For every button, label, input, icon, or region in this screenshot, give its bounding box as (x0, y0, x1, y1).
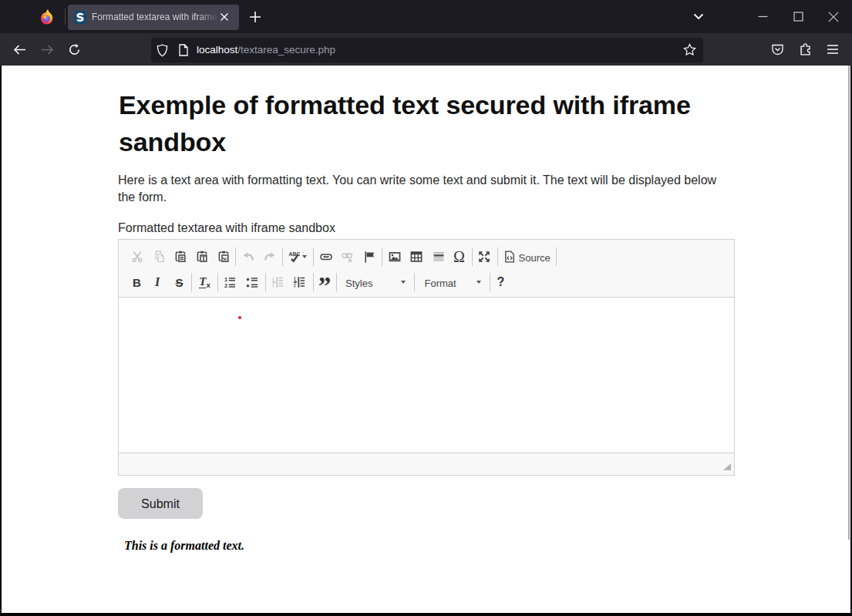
svg-text:ABC: ABC (288, 251, 300, 257)
svg-text:w: w (223, 255, 227, 262)
svg-text:T: T (201, 254, 206, 262)
svg-text:2: 2 (224, 282, 227, 288)
